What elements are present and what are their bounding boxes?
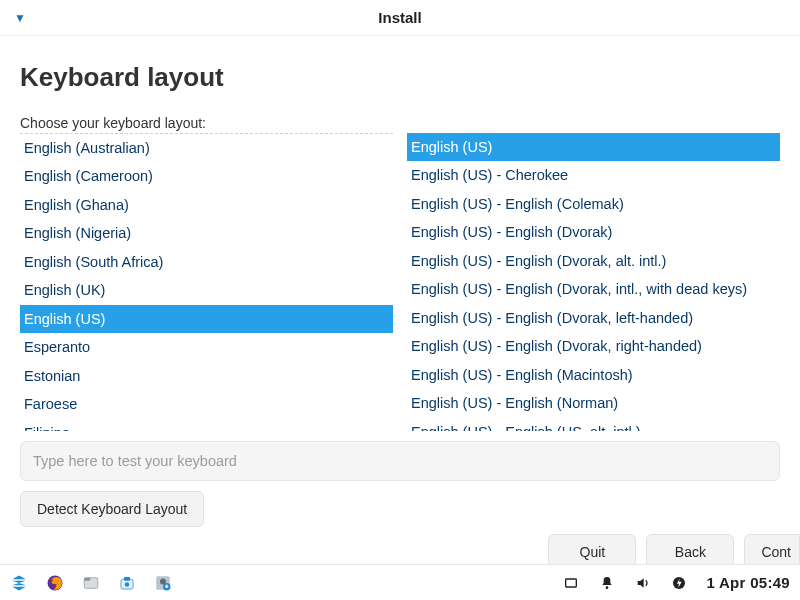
layout-list-item[interactable]: English (UK): [20, 276, 393, 304]
svg-marker-1: [12, 580, 26, 585]
variant-list-item[interactable]: English (US): [407, 133, 780, 161]
layout-list-item[interactable]: Filipino: [20, 419, 393, 431]
notifications-icon[interactable]: [598, 574, 616, 592]
variant-list-item[interactable]: English (US) - English (Macintosh): [407, 361, 780, 389]
variant-list[interactable]: English (US)English (US) - CherokeeEngli…: [407, 133, 780, 431]
layout-list-item[interactable]: English (US): [20, 305, 393, 333]
titlebar: ▼ Install: [0, 0, 800, 36]
svg-point-8: [125, 582, 130, 587]
page-heading: Keyboard layout: [20, 62, 780, 93]
layout-list-item[interactable]: Faroese: [20, 390, 393, 418]
volume-icon[interactable]: [634, 574, 652, 592]
variant-list-item[interactable]: English (US) - English (US, alt. intl.): [407, 418, 780, 431]
layout-list[interactable]: English (Australian)English (Cameroon)En…: [20, 133, 393, 431]
taskbar-launchers: [10, 574, 172, 592]
layout-list-item[interactable]: English (Australian): [20, 134, 393, 162]
window-title: Install: [0, 9, 800, 26]
variant-list-item[interactable]: English (US) - English (Dvorak): [407, 218, 780, 246]
detect-row: Detect Keyboard Layout: [20, 491, 780, 527]
app-menu-arrow-icon[interactable]: ▼: [14, 11, 26, 25]
files-icon[interactable]: [82, 574, 100, 592]
detect-layout-button[interactable]: Detect Keyboard Layout: [20, 491, 204, 527]
layout-list-item[interactable]: Estonian: [20, 362, 393, 390]
installer-task-icon[interactable]: [154, 574, 172, 592]
layout-list-item[interactable]: English (Ghana): [20, 191, 393, 219]
variant-list-item[interactable]: English (US) - Cherokee: [407, 161, 780, 189]
test-row: [20, 441, 780, 481]
svg-rect-5: [84, 577, 90, 580]
svg-rect-12: [566, 579, 577, 587]
taskbar: 1 Apr 05:49: [0, 564, 800, 600]
software-icon[interactable]: [118, 574, 136, 592]
layout-list-item[interactable]: English (Cameroon): [20, 162, 393, 190]
installer-page: Keyboard layout Choose your keyboard lay…: [0, 36, 800, 564]
variant-list-item[interactable]: English (US) - English (Colemak): [407, 190, 780, 218]
zorin-logo-icon[interactable]: [10, 574, 28, 592]
prompt-label: Choose your keyboard layout:: [20, 115, 780, 131]
taskbar-tray: 1 Apr 05:49: [562, 574, 790, 592]
svg-marker-2: [12, 586, 26, 590]
svg-marker-0: [12, 575, 26, 579]
variant-list-item[interactable]: English (US) - English (Dvorak, alt. int…: [407, 247, 780, 275]
layout-list-item[interactable]: English (South Africa): [20, 248, 393, 276]
variant-list-item[interactable]: English (US) - English (Norman): [407, 389, 780, 417]
variant-list-item[interactable]: English (US) - English (Dvorak, left-han…: [407, 304, 780, 332]
clock[interactable]: 1 Apr 05:49: [706, 574, 790, 591]
svg-point-13: [606, 586, 609, 589]
keyboard-test-input[interactable]: [20, 441, 780, 481]
variant-list-item[interactable]: English (US) - English (Dvorak, intl., w…: [407, 275, 780, 303]
variant-list-item[interactable]: English (US) - English (Dvorak, right-ha…: [407, 332, 780, 360]
layout-columns: English (Australian)English (Cameroon)En…: [20, 133, 780, 431]
power-icon[interactable]: [670, 574, 688, 592]
desktop-tray-icon[interactable]: [562, 574, 580, 592]
layout-list-item[interactable]: English (Nigeria): [20, 219, 393, 247]
firefox-icon[interactable]: [46, 574, 64, 592]
svg-rect-7: [124, 577, 130, 581]
layout-list-item[interactable]: Esperanto: [20, 333, 393, 361]
